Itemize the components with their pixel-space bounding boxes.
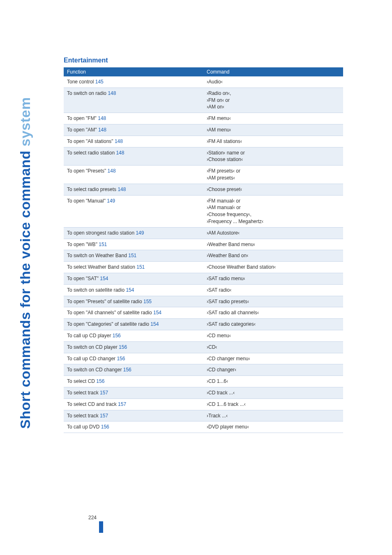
command-cell: ›FM menu‹ — [203, 113, 343, 124]
function-cell: To open "AM" 148 — [64, 124, 203, 136]
page-reference-link[interactable]: 154 — [126, 287, 134, 293]
page-reference-link[interactable]: 151 — [128, 253, 136, 258]
function-text: To switch on CD changer — [67, 367, 123, 373]
function-text: To switch on CD player — [67, 344, 119, 350]
function-cell: To switch on CD player 156 — [64, 341, 203, 353]
function-cell: To select track 157 — [64, 387, 203, 398]
command-cell: ›SAT radio presets‹ — [203, 296, 343, 307]
page-reference-link[interactable]: 148 — [108, 90, 116, 96]
page-reference-link[interactable]: 156 — [123, 367, 131, 373]
function-cell: To switch on radio 148 — [64, 88, 203, 113]
function-cell: To switch on Weather Band 151 — [64, 250, 203, 262]
function-text: To open "WB" — [67, 242, 99, 247]
function-cell: To switch on CD changer 156 — [64, 364, 203, 376]
function-cell: To call up CD changer 156 — [64, 353, 203, 364]
page-reference-link[interactable]: 156 — [119, 344, 127, 350]
main-content: Entertainment Function Command Tone cont… — [64, 57, 343, 433]
function-cell: To open "Presets" 148 — [64, 166, 203, 184]
page-reference-link[interactable]: 154 — [100, 276, 108, 281]
function-text: To open "All stations" — [67, 138, 115, 144]
function-cell: To select track 157 — [64, 410, 203, 421]
function-text: To open "Categories" of satellite radio — [67, 321, 150, 327]
sidebar-text-blue: Short commands for the voice command — [17, 146, 33, 428]
function-text: To call up CD changer — [67, 356, 117, 362]
function-text: To switch on satellite radio — [67, 287, 126, 293]
function-text: To open "AM" — [67, 127, 98, 133]
function-text: To switch on radio — [67, 90, 108, 96]
command-cell: ›SAT radio‹ — [203, 284, 343, 296]
page-number-container: 224 — [88, 515, 103, 526]
function-text: Tone control — [67, 79, 95, 85]
table-row: To open "Manual" 149›FM manual‹ or ›AM m… — [64, 195, 343, 227]
function-cell: To open "SAT" 154 — [64, 273, 203, 284]
page-reference-link[interactable]: 151 — [136, 264, 145, 270]
function-cell: Tone control 145 — [64, 76, 203, 88]
table-row: To switch on CD changer 156›CD changer‹ — [64, 364, 343, 376]
table-header-command: Command — [203, 67, 343, 76]
table-row: To select CD and track 157›CD 1...6 trac… — [64, 398, 343, 410]
command-cell: ›CD changer‹ — [203, 364, 343, 376]
table-row: To switch on radio 148›Radio on‹, ›FM on… — [64, 88, 343, 113]
page-number: 224 — [88, 515, 97, 520]
table-row: To select track 157›CD track ...‹ — [64, 387, 343, 398]
command-cell: ›FM manual‹ or ›AM manual‹ or ›Choose fr… — [203, 195, 343, 227]
function-text: To select CD and track — [67, 401, 118, 407]
function-text: To select CD — [67, 378, 96, 384]
function-text: To open "SAT" — [67, 276, 100, 281]
function-text: To select radio presets — [67, 187, 118, 192]
command-cell: ›AM menu‹ — [203, 124, 343, 136]
table-header-row: Function Command — [64, 67, 343, 76]
function-text: To open "FM" — [67, 115, 98, 121]
page-reference-link[interactable]: 156 — [101, 424, 109, 430]
table-row: To open "All channels" of satellite radi… — [64, 307, 343, 319]
page-reference-link[interactable]: 156 — [113, 333, 121, 339]
function-cell: To call up DVD 156 — [64, 421, 203, 433]
page-reference-link[interactable]: 148 — [98, 127, 106, 133]
function-cell: To open "FM" 148 — [64, 113, 203, 124]
function-cell: To open "Presets" of satellite radio 155 — [64, 296, 203, 307]
function-cell: To select CD and track 157 — [64, 398, 203, 410]
page-reference-link[interactable]: 157 — [100, 390, 108, 396]
table-row: To call up CD player 156›CD menu‹ — [64, 330, 343, 341]
command-cell: ›Radio on‹, ›FM on‹ or ›AM on‹ — [203, 88, 343, 113]
page-reference-link[interactable]: 154 — [153, 310, 161, 315]
function-cell: To switch on satellite radio 154 — [64, 284, 203, 296]
table-row: To open "SAT" 154›SAT radio menu‹ — [64, 273, 343, 284]
page-reference-link[interactable]: 149 — [107, 198, 115, 204]
table-row: To select radio station 148›Station‹ nam… — [64, 147, 343, 166]
table-row: To switch on satellite radio 154›SAT rad… — [64, 284, 343, 296]
section-heading: Entertainment — [64, 57, 343, 64]
function-text: To select Weather Band station — [67, 264, 136, 270]
page-reference-link[interactable]: 148 — [108, 168, 116, 174]
page-reference-link[interactable]: 148 — [118, 187, 126, 192]
page-reference-link[interactable]: 157 — [118, 401, 126, 407]
function-text: To call up DVD — [67, 424, 101, 430]
page-reference-link[interactable]: 148 — [116, 150, 124, 156]
page-reference-link[interactable]: 154 — [150, 321, 159, 327]
function-text: To switch on Weather Band — [67, 253, 128, 258]
table-header-function: Function — [64, 67, 203, 76]
sidebar-rotated-title: Short commands for the voice command sys… — [17, 97, 33, 429]
page-reference-link[interactable]: 145 — [95, 79, 104, 85]
page-reference-link[interactable]: 148 — [98, 115, 106, 121]
page-reference-link[interactable]: 148 — [115, 138, 123, 144]
sidebar-text-light: system — [17, 97, 33, 146]
command-cell: ›FM All stations‹ — [203, 136, 343, 147]
page-reference-link[interactable]: 157 — [100, 413, 108, 419]
page-reference-link[interactable]: 155 — [143, 299, 152, 304]
table-row: To open strongest radio station 149›AM A… — [64, 227, 343, 239]
function-cell: To select radio station 148 — [64, 147, 203, 166]
function-text: To open "Presets" — [67, 168, 108, 174]
command-cell: ›Station‹ name or ›Choose station‹ — [203, 147, 343, 166]
page-reference-link[interactable]: 151 — [99, 242, 107, 247]
page-accent-bar — [99, 521, 103, 533]
page-reference-link[interactable]: 156 — [117, 356, 125, 362]
table-row: To open "WB" 151›Weather Band menu‹ — [64, 239, 343, 250]
page-reference-link[interactable]: 149 — [136, 230, 144, 236]
table-row: To open "All stations" 148›FM All statio… — [64, 136, 343, 147]
table-row: To select track 157›Track ...‹ — [64, 410, 343, 421]
page-reference-link[interactable]: 156 — [96, 378, 104, 384]
command-cell: ›SAT radio all channels‹ — [203, 307, 343, 319]
function-text: To open "Manual" — [67, 198, 107, 204]
function-text: To open "Presets" of satellite radio — [67, 299, 143, 304]
